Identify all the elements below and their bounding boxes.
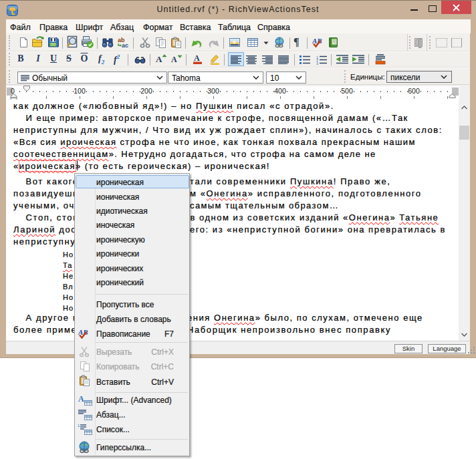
svg-text:1: 1 (78, 424, 80, 428)
svg-text:A: A (78, 394, 84, 404)
svg-text:A: A (171, 55, 177, 64)
svg-text:3: 3 (316, 61, 318, 65)
svg-text:ac: ac (122, 42, 128, 48)
svg-text:A: A (156, 54, 162, 64)
svg-text:A: A (194, 53, 200, 63)
